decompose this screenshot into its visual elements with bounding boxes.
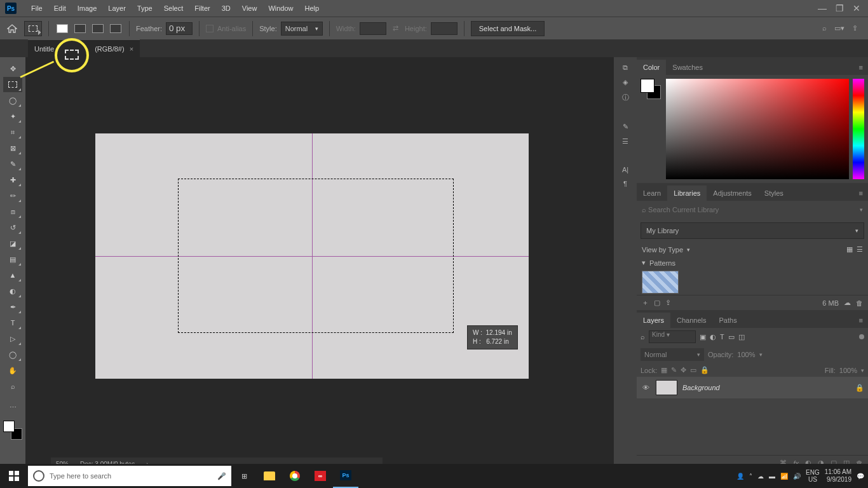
menu-file[interactable]: File (25, 4, 48, 12)
hue-slider[interactable] (853, 79, 864, 179)
subtract-selection-icon[interactable] (92, 24, 104, 33)
adjustments-tab[interactable]: Adjustments (707, 186, 758, 201)
menu-window[interactable]: Window (262, 4, 299, 12)
menu-layer[interactable]: Layer (102, 4, 132, 12)
share-icon[interactable]: ⇪ (852, 24, 858, 32)
filter-shape-icon[interactable]: ▭ (728, 333, 735, 341)
document-canvas[interactable]: W : 12.194 in H : 6.722 in (95, 133, 529, 379)
lock-nest-icon[interactable]: ▭ (690, 366, 696, 374)
minimize-icon[interactable]: — (818, 3, 827, 13)
add-content-icon[interactable]: ＋ (642, 298, 649, 308)
quick-selection-tool[interactable]: ✦ (3, 109, 22, 124)
styles-tab[interactable]: Styles (758, 186, 790, 201)
document-tab[interactable]: Untitle (RGB/8#) × (28, 39, 140, 57)
layer-thumbnail[interactable] (656, 380, 677, 395)
filter-pixel-icon[interactable]: ▣ (700, 333, 706, 341)
layer-background[interactable]: 👁 Background 🔒 (637, 377, 868, 398)
add-selection-icon[interactable] (74, 24, 86, 33)
view-by-type[interactable]: View by Type▾ ▦ ☰ (637, 243, 868, 256)
patterns-section[interactable]: ▾Patterns (637, 256, 868, 269)
filter-search-icon[interactable]: ⌕ (641, 333, 645, 341)
crop-tool[interactable]: ⌗ (3, 125, 22, 140)
rectangular-marquee-tool[interactable] (3, 77, 22, 92)
volume-icon[interactable]: 🔊 (793, 473, 801, 480)
filter-type-icon[interactable]: T (720, 333, 724, 341)
menu-image[interactable]: Image (72, 4, 103, 12)
brush-tool[interactable]: ✏ (3, 188, 22, 203)
lock-paint-icon[interactable]: ✎ (671, 366, 677, 374)
pen-tool[interactable]: ✒ (3, 299, 22, 315)
paragraph-panel-icon[interactable]: ¶ (623, 180, 627, 187)
grid-view-icon[interactable]: ▦ (846, 245, 853, 254)
learn-tab[interactable]: Learn (637, 186, 667, 201)
people-icon[interactable]: 👤 (736, 473, 744, 480)
home-button[interactable] (4, 20, 20, 37)
hand-tool[interactable]: ✋ (3, 363, 22, 378)
menu-help[interactable]: Help (299, 4, 325, 12)
file-explorer-icon[interactable] (257, 464, 282, 488)
panel-menu-icon[interactable]: ≡ (854, 60, 868, 75)
trash-icon[interactable]: 🗑 (856, 299, 863, 307)
brush-settings-icon[interactable]: ☰ (622, 137, 628, 146)
photoshop-icon[interactable]: Ps (333, 464, 358, 488)
layer-filter-kind[interactable]: Kind ▾ (649, 330, 696, 343)
cloud-icon[interactable]: ☁ (844, 299, 851, 307)
eraser-tool[interactable]: ◪ (3, 236, 22, 251)
paths-tab[interactable]: Paths (713, 313, 743, 328)
battery-icon[interactable]: ▬ (769, 473, 775, 480)
foreground-background-colors[interactable] (3, 421, 22, 440)
frame-tool[interactable]: ⊠ (3, 140, 22, 156)
dodge-tool[interactable]: ◐ (3, 283, 22, 299)
library-search[interactable]: ⌕ Search Current Library ▾ (637, 201, 868, 219)
onedrive-icon[interactable]: ☁ (757, 473, 764, 480)
style-select[interactable]: Normal▾ (281, 22, 323, 36)
close-icon[interactable]: ✕ (853, 3, 860, 13)
info-panel-icon[interactable]: ⓘ (622, 93, 629, 102)
gradient-tool[interactable]: ▤ (3, 252, 22, 267)
creative-cloud-icon[interactable]: ∞ (308, 464, 333, 488)
lasso-tool[interactable]: ◯ (3, 93, 22, 108)
lock-icon[interactable]: 🔒 (855, 384, 864, 392)
menu-view[interactable]: View (236, 4, 263, 12)
feather-input[interactable] (166, 22, 193, 35)
select-and-mask-button[interactable]: Select and Mask... (471, 21, 545, 36)
panel-menu-icon[interactable]: ≡ (854, 186, 868, 201)
lock-pos-icon[interactable]: ✥ (681, 366, 686, 374)
color-spectrum[interactable] (666, 79, 849, 179)
move-tool[interactable]: ✥ (3, 61, 22, 76)
language-indicator[interactable]: ENGUS (806, 469, 820, 483)
pattern-swatch[interactable] (642, 271, 679, 294)
properties-panel-icon[interactable]: ◈ (623, 78, 628, 86)
start-button[interactable] (0, 464, 28, 488)
channels-tab[interactable]: Channels (670, 313, 712, 328)
lock-trans-icon[interactable]: ▦ (661, 366, 667, 374)
chrome-icon[interactable] (282, 464, 308, 488)
shape-tool[interactable]: ◯ (3, 347, 22, 362)
eyedropper-tool[interactable]: ✎ (3, 156, 22, 172)
type-tool[interactable]: T (3, 315, 22, 330)
path-selection-tool[interactable]: ▷ (3, 331, 22, 346)
edit-toolbar[interactable]: ⋯ (3, 400, 22, 415)
lock-all-icon[interactable]: 🔒 (700, 366, 709, 374)
brushes-panel-icon[interactable]: ✎ (623, 123, 628, 131)
zoom-tool[interactable]: ⌕ (3, 379, 22, 394)
task-view-icon[interactable]: ⊞ (231, 464, 257, 488)
history-brush-tool[interactable]: ↺ (3, 220, 22, 235)
clone-stamp-tool[interactable]: ⧈ (3, 204, 22, 219)
menu-filter[interactable]: Filter (189, 4, 215, 12)
color-tab[interactable]: Color (637, 60, 666, 75)
wifi-icon[interactable]: 📶 (780, 473, 788, 480)
workspace-icon[interactable]: ▭▾ (834, 24, 844, 32)
active-tool-indicator[interactable] (24, 21, 42, 36)
libraries-tab[interactable]: Libraries (667, 186, 707, 201)
intersect-selection-icon[interactable] (110, 24, 121, 33)
menu-select[interactable]: Select (158, 4, 189, 12)
canvas-area[interactable]: W : 12.194 in H : 6.722 in 50% Doc: 3.00… (25, 57, 614, 470)
taskbar-search[interactable]: Type here to search 🎤 (28, 466, 231, 486)
mic-icon[interactable]: 🎤 (217, 472, 226, 480)
menu-edit[interactable]: Edit (48, 4, 72, 12)
history-panel-icon[interactable]: ⧉ (623, 64, 628, 72)
swatches-tab[interactable]: Swatches (666, 60, 709, 75)
new-selection-icon[interactable] (57, 24, 68, 33)
notifications-icon[interactable]: 💬 (857, 473, 864, 480)
